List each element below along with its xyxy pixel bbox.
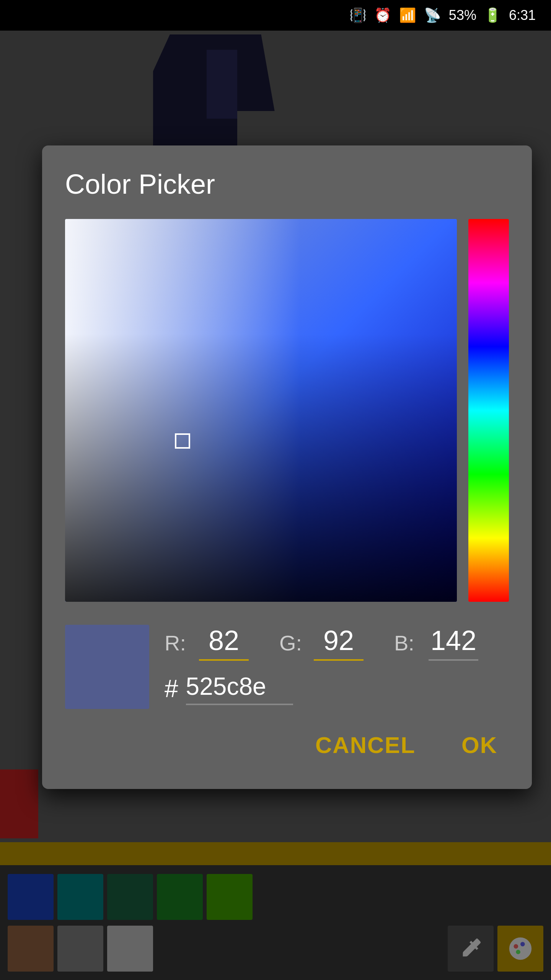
hex-value[interactable]: 525c8e — [186, 672, 293, 705]
g-value[interactable]: 92 — [314, 625, 364, 661]
ok-button[interactable]: OK — [450, 724, 509, 766]
r-label: R: — [165, 630, 184, 655]
r-value[interactable]: 82 — [199, 625, 249, 661]
battery-icon: 🔋 — [484, 7, 501, 23]
color-picker-dialog: Color Picker — [42, 145, 532, 789]
dialog-overlay: Color Picker — [0, 31, 551, 980]
g-label: G: — [279, 630, 298, 655]
battery-percent: 53% — [449, 7, 476, 23]
b-value[interactable]: 142 — [429, 625, 478, 661]
color-values-section: R: 82 G: 92 B: 142 # 525c8e — [65, 625, 509, 709]
sb-gradient — [65, 219, 457, 602]
wifi-icon: 📶 — [399, 7, 416, 23]
clock: 6:31 — [509, 7, 536, 23]
hex-row: # 525c8e — [165, 672, 509, 705]
b-label: B: — [394, 630, 413, 655]
saturation-brightness-picker[interactable] — [65, 219, 457, 602]
status-bar: 📳 ⏰ 📶 📡 53% 🔋 6:31 — [0, 0, 551, 31]
rgb-row: R: 82 G: 92 B: 142 — [165, 625, 509, 661]
alarm-icon: ⏰ — [374, 7, 391, 23]
dialog-title: Color Picker — [65, 168, 509, 200]
cancel-button[interactable]: CANCEL — [304, 724, 427, 766]
signal-icon: 📡 — [424, 7, 441, 23]
vibrate-icon: 📳 — [349, 7, 367, 23]
color-preview-swatch — [65, 625, 149, 709]
sb-black-layer — [65, 219, 457, 602]
hex-hash: # — [165, 675, 178, 703]
dialog-buttons: CANCEL OK — [65, 724, 509, 766]
hue-slider[interactable] — [468, 219, 509, 602]
picker-area[interactable] — [65, 219, 509, 602]
color-inputs: R: 82 G: 92 B: 142 # 525c8e — [165, 625, 509, 705]
